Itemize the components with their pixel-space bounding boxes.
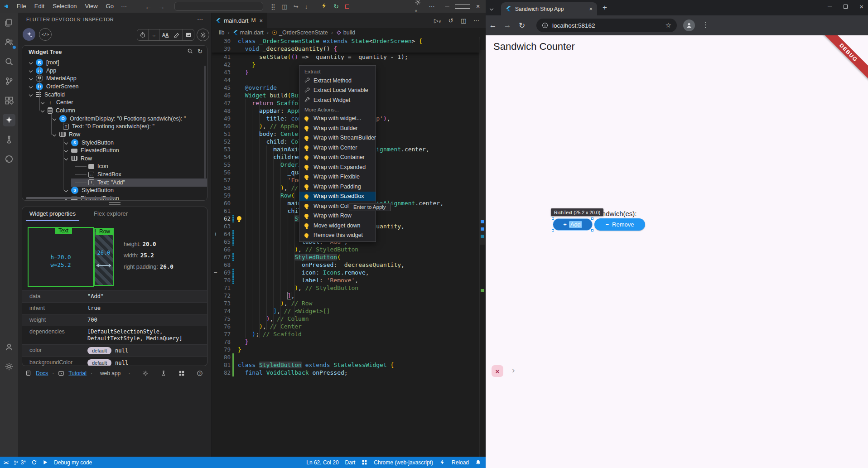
code-line[interactable]: 74 ], // <Widget>[] [212, 307, 479, 315]
chevron-down-icon[interactable] [29, 77, 33, 80]
chevron-down-icon[interactable] [41, 101, 44, 104]
bookmark-star-icon[interactable]: ☆ [665, 21, 671, 29]
menu-item[interactable]: Wrap with SizedBox [299, 192, 376, 202]
activity-source-control-icon[interactable] [3, 75, 15, 87]
profile-avatar-icon[interactable] [683, 19, 695, 31]
footer-grid-icon[interactable] [178, 370, 185, 376]
menu-item[interactable]: Wrap with Builder [299, 123, 376, 133]
menu-item[interactable]: Extract Local Variable [299, 86, 376, 96]
tab-search-icon[interactable] [490, 4, 493, 12]
new-tab-icon[interactable]: + [603, 3, 607, 12]
window-close-icon[interactable]: × [470, 3, 486, 10]
code-area[interactable]: 41 setState(() => _quantity = _quantity … [212, 37, 486, 457]
tree-item[interactable]: TText: "Add" [22, 179, 207, 187]
tab-main-dart[interactable]: main.dart M × [212, 13, 267, 28]
chevron-down-icon[interactable] [53, 116, 56, 120]
status-bugplay[interactable] [43, 459, 48, 465]
menu-item[interactable]: Wrap with Padding [299, 182, 376, 192]
menu-item[interactable]: Wrap with Container [299, 153, 376, 163]
breadcrumb-_OrderScreenState[interactable]: _OrderScreenState [272, 29, 328, 36]
command-center-searchbox[interactable] [174, 2, 263, 11]
menu-item[interactable]: Remove this widget [299, 231, 376, 241]
code-line[interactable]: 68 onPressed: _decreaseQuantity, [212, 261, 479, 269]
tree-refresh-icon[interactable]: ↻ [198, 48, 203, 55]
tree-item[interactable]: SStyledButton [22, 139, 207, 147]
browser-menu-icon[interactable]: ⋮ [702, 21, 709, 29]
address-bar[interactable]: localhost:58162 ☆ [536, 19, 677, 32]
browser-tab[interactable]: Sandwich Shop App × [501, 2, 597, 15]
menu-item[interactable]: Wrap with Center [299, 143, 376, 153]
browser-back-icon[interactable]: ← [486, 21, 500, 30]
status-ln-62-col-20[interactable]: Ln 62, Col 20 [306, 459, 338, 466]
url-text[interactable]: localhost:58162 [552, 22, 661, 29]
tree-item[interactable]: ↕Center [22, 98, 207, 106]
chevron-down-icon[interactable] [29, 61, 33, 64]
code-line[interactable]: 41 setState(() => _quantity = _quantity … [212, 53, 479, 61]
tree-item[interactable]: Scaffold [22, 91, 207, 99]
browser-reload-icon[interactable]: ↻ [515, 21, 529, 30]
footer-settings-icon[interactable] [142, 370, 149, 376]
code-line[interactable]: 39 void _decreaseQuantity() { [212, 45, 473, 53]
tree-item[interactable]: Column [22, 106, 207, 115]
browser-maximize-icon[interactable] [844, 3, 848, 10]
menu-item[interactable]: Wrap with Flexible [299, 172, 376, 182]
tree-item[interactable]: TText: "0 Footlong sandwich(es): " [22, 122, 207, 130]
activity-explorer-icon[interactable] [3, 16, 15, 29]
menu-item[interactable]: Move widget down [299, 221, 376, 231]
exit-select-mode-button[interactable]: × [492, 365, 503, 377]
status-bell[interactable] [475, 459, 481, 465]
tab-close-icon[interactable]: × [259, 17, 263, 24]
activity-accounts-icon[interactable] [3, 36, 15, 48]
layout-viz-padding-box[interactable]: Row 26.0 [94, 228, 114, 286]
show-code-button[interactable]: </> [39, 28, 52, 41]
inspector-expand-icon[interactable]: › [512, 365, 515, 375]
menu-view[interactable]: View [81, 3, 102, 10]
code-line[interactable]: 80 [212, 353, 479, 361]
breadcrumb-main.dart[interactable]: main.dart [233, 29, 264, 36]
menu-item[interactable]: Wrap with Row [299, 211, 376, 221]
menu-item[interactable]: Extract Widget [299, 95, 376, 105]
repaint-rainbow-icon[interactable] [171, 29, 183, 40]
tree-item[interactable]: SStyledButton [22, 186, 207, 194]
code-line[interactable]: 66 ), // StyledButton [212, 246, 479, 253]
menu-go[interactable]: Go [102, 3, 118, 10]
code-line[interactable]: 76 ), // Center [212, 323, 479, 330]
menu-item[interactable]: Extract Method [299, 76, 376, 86]
menubar-more-icon[interactable]: ⋯ [118, 3, 130, 10]
breadcrumb-build[interactable]: build [336, 29, 355, 36]
status-grid[interactable] [362, 459, 367, 465]
tree-item[interactable]: AApp [22, 67, 207, 75]
chevron-down-icon[interactable] [53, 133, 56, 136]
code-line[interactable]: 67 StyledButton( [212, 253, 479, 261]
activity-testing-icon[interactable] [3, 133, 15, 146]
code-line[interactable]: 73 ), // Row [212, 299, 479, 307]
stop-debug-icon[interactable] [342, 3, 352, 10]
tree-item[interactable]: Row [22, 154, 207, 163]
footer-beaker-icon[interactable] [160, 370, 167, 376]
status-chrome-web-javascript-[interactable]: Chrome (web-javascript) [374, 459, 433, 466]
menu-selection[interactable]: Selection [48, 3, 81, 10]
timeline-icon[interactable]: ↺ [448, 17, 453, 24]
window-maximize-icon[interactable] [455, 3, 470, 10]
tree-item[interactable]: Icon [22, 162, 207, 170]
highlight-images-icon[interactable] [183, 29, 194, 40]
chevron-down-icon[interactable] [64, 149, 68, 152]
code-line[interactable]: 70 label: 'Remove', [212, 276, 479, 284]
tutorial-link[interactable]: Tutorial [68, 370, 87, 376]
property-row[interactable]: weight700 [22, 314, 207, 326]
chevron-down-icon[interactable] [29, 85, 33, 88]
split-editor-icon[interactable]: ◫ [279, 3, 290, 10]
code-line[interactable]: 71 ), // StyledButton [212, 284, 479, 292]
remove-button[interactable]: − Remove [594, 218, 645, 231]
nav-forward-icon[interactable]: → [155, 3, 168, 10]
browser-minimize-icon[interactable]: ─ [828, 3, 832, 10]
code-line[interactable]: 82 final VoidCallback onPressed; [212, 369, 479, 376]
chevron-down-icon[interactable] [29, 92, 33, 96]
docs-link[interactable]: Docs [36, 370, 48, 376]
layout-viz-text-box[interactable]: Text h=20.0w=25.2 [28, 227, 94, 287]
tree-item[interactable]: R[root] [22, 58, 207, 67]
code-line[interactable]: 78 } [212, 338, 479, 346]
property-row[interactable]: colordefaultnull [22, 344, 207, 357]
menu-item[interactable]: Wrap with Expanded [299, 162, 376, 172]
tree-vertical-scrollbar[interactable] [204, 66, 206, 179]
